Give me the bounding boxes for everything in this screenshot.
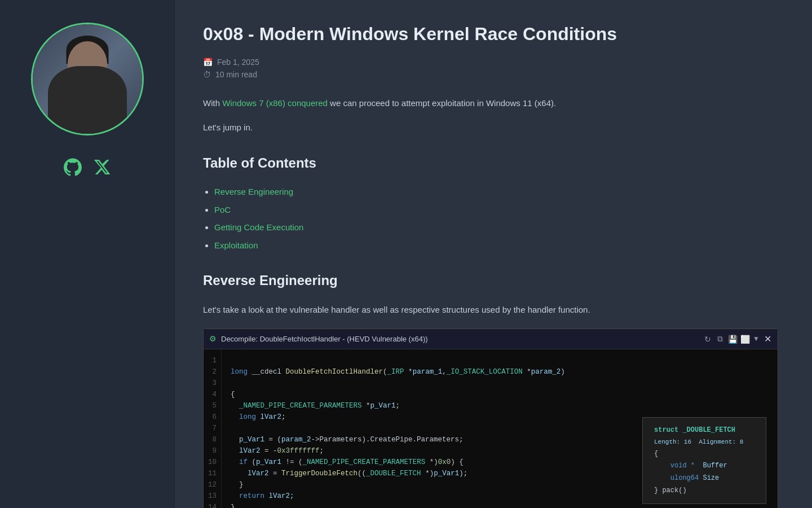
list-item: Reverse Engineering bbox=[214, 185, 778, 199]
post-date: 📅 Feb 1, 2025 bbox=[203, 58, 778, 67]
code-line: _NAMED_PIPE_CREATE_PARAMETERS *p_Var1; bbox=[231, 400, 769, 411]
struct-meta: Length: 16 Alignment: 8 bbox=[654, 437, 754, 448]
struct-close: } pack() bbox=[654, 485, 754, 497]
post-readtime-value: 10 min read bbox=[215, 70, 257, 79]
struct-field-buffer: void * Buffer bbox=[654, 460, 754, 472]
code-line: { bbox=[231, 389, 769, 400]
struct-title: struct _DOUBLE_FETCH bbox=[654, 424, 754, 437]
sidebar bbox=[0, 0, 175, 508]
toc-link-poc[interactable]: PoC bbox=[214, 205, 231, 214]
close-btn[interactable]: ✕ bbox=[763, 335, 772, 344]
titlebar-actions: ↻ ⧉ 💾 ⬜ ▼ ✕ bbox=[703, 333, 772, 344]
avatar bbox=[31, 23, 144, 135]
struct-field-size: ulong64 Size bbox=[654, 472, 754, 485]
post-title: 0x08 - Modern Windows Kernel Race Condit… bbox=[203, 23, 778, 46]
refresh-btn[interactable]: ↻ bbox=[703, 335, 712, 344]
social-links bbox=[64, 158, 111, 179]
clock-icon: ⏱ bbox=[203, 70, 211, 79]
calendar-icon: 📅 bbox=[203, 58, 213, 67]
intro-paragraph-2: Let's jump in. bbox=[203, 120, 778, 135]
save-btn[interactable]: 💾 bbox=[728, 335, 737, 344]
struct-popup: struct _DOUBLE_FETCH Length: 16 Alignmen… bbox=[642, 417, 766, 504]
intro-after: we can proceed to attempt exploitation i… bbox=[328, 98, 556, 108]
copy-btn[interactable]: ⧉ bbox=[716, 335, 725, 344]
github-icon[interactable] bbox=[64, 158, 82, 179]
toc-link-reverse[interactable]: Reverse Engineering bbox=[214, 187, 293, 196]
code-line bbox=[231, 378, 769, 389]
line-numbers: 1 2 3 4 5 6 7 8 9 10 11 12 13 14 15 bbox=[204, 349, 222, 508]
twitter-icon[interactable] bbox=[93, 158, 111, 179]
post-readtime: ⏱ 10 min read bbox=[203, 70, 778, 79]
decompile-icon: ⚙ bbox=[209, 332, 217, 346]
toc-heading: Table of Contents bbox=[203, 152, 778, 175]
main-content: 0x08 - Modern Windows Kernel Race Condit… bbox=[175, 0, 812, 508]
code-window: ⚙ Decompile: DoubleFetchIoctlHandler - (… bbox=[203, 329, 778, 508]
toc-list: Reverse Engineering PoC Getting Code Exe… bbox=[203, 185, 778, 252]
code-line: long __cdecl DoubleFetchIoctlHandler(_IR… bbox=[231, 366, 769, 378]
code-window-title: Decompile: DoubleFetchIoctlHandler - (HE… bbox=[221, 333, 699, 345]
reverse-heading: Reverse Engineering bbox=[203, 269, 778, 292]
post-meta: 📅 Feb 1, 2025 ⏱ 10 min read bbox=[203, 58, 778, 79]
list-item: Exploitation bbox=[214, 238, 778, 253]
code-titlebar: ⚙ Decompile: DoubleFetchIoctlHandler - (… bbox=[204, 329, 778, 350]
struct-open-brace: { bbox=[654, 448, 754, 461]
list-item: PoC bbox=[214, 203, 778, 217]
code-body: 1 2 3 4 5 6 7 8 9 10 11 12 13 14 15 bbox=[204, 349, 778, 508]
intro-paragraph: With Windows 7 (x86) conquered we can pr… bbox=[203, 96, 778, 111]
code-line bbox=[231, 355, 769, 366]
intro-link[interactable]: Windows 7 (x86) conquered bbox=[222, 98, 328, 108]
toc-link-code-exec[interactable]: Getting Code Execution bbox=[214, 222, 303, 232]
resize-btn[interactable]: ⬜ bbox=[740, 335, 749, 344]
intro-before: With bbox=[203, 98, 222, 108]
toc-link-exploitation[interactable]: Exploitation bbox=[214, 240, 258, 250]
post-body: With Windows 7 (x86) conquered we can pr… bbox=[203, 96, 778, 508]
post-date-value: Feb 1, 2025 bbox=[217, 58, 259, 67]
list-item: Getting Code Execution bbox=[214, 220, 778, 235]
dropdown-icon: ▼ bbox=[753, 333, 760, 344]
reverse-body: Let's take a look at the vulnerable hand… bbox=[203, 303, 778, 317]
code-content: long __cdecl DoubleFetchIoctlHandler(_IR… bbox=[222, 349, 778, 508]
